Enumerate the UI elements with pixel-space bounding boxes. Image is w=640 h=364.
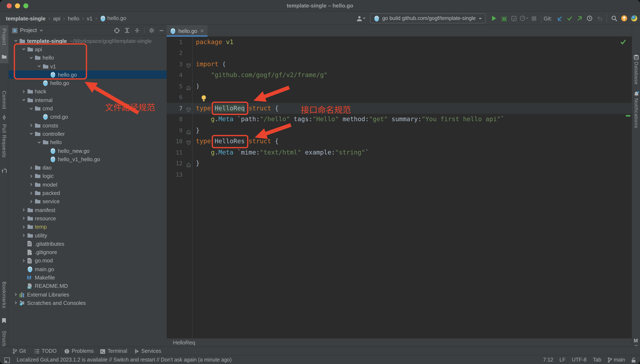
caret-position[interactable]: 7:12 — [543, 357, 553, 363]
tree-item-makefile[interactable]: MMakefile — [9, 274, 167, 282]
tree-item-resource[interactable]: resource — [9, 214, 167, 223]
tree-chevron-icon[interactable] — [13, 39, 19, 43]
tree-item-dao[interactable]: dao — [9, 164, 167, 172]
strip-tab-pull-requests[interactable]: Pull Requests — [1, 124, 7, 163]
tree-item-external-libraries[interactable]: External Libraries — [9, 290, 167, 299]
chevron-down-icon[interactable] — [39, 28, 44, 32]
project-panel-title[interactable]: Project — [20, 27, 37, 33]
tree-chevron-icon[interactable] — [13, 301, 19, 305]
tree-chevron-icon[interactable] — [36, 64, 42, 68]
strip-tab-commit[interactable]: Commit — [1, 91, 7, 112]
tree-item--gitignore[interactable]: .gitignore — [9, 248, 167, 256]
commit-icon[interactable] — [2, 113, 7, 121]
tree-chevron-icon[interactable] — [28, 191, 35, 195]
tree-chevron-icon[interactable] — [20, 90, 27, 94]
gear-icon[interactable] — [149, 28, 155, 33]
tree-chevron-icon[interactable] — [20, 259, 27, 263]
pull-requests-icon[interactable] — [2, 166, 7, 174]
tree-chevron-icon[interactable] — [20, 98, 27, 102]
collapse-all-button[interactable] — [134, 28, 140, 33]
fold-marker-icon[interactable] — [186, 128, 191, 135]
tree-item-utility[interactable]: utility — [9, 231, 167, 240]
code-editor[interactable]: 1package v123import (4 "github.com/gogf/… — [167, 37, 632, 338]
tree-item-readme-md[interactable]: MDREADME.MD — [9, 282, 167, 290]
tree-item-hack[interactable]: hack — [9, 88, 167, 96]
tree-item-scratches-and-consoles[interactable]: Scratches and Consoles — [9, 299, 167, 307]
unlocked-icon[interactable] — [631, 357, 636, 362]
run-configuration-select[interactable]: go build github.com/gogf/template-single — [370, 13, 486, 23]
tree-chevron-icon[interactable] — [20, 233, 27, 238]
status-message[interactable]: Localized GoLand 2023.1.2 is available /… — [17, 355, 232, 364]
tree-item-manifest[interactable]: manifest — [9, 206, 167, 214]
hide-panel-button[interactable] — [159, 28, 164, 33]
breadcrumb-item-template-single[interactable]: template-single — [6, 15, 46, 22]
tree-item-hello-go[interactable]: hello.go — [9, 70, 167, 79]
tree-item-go-mod[interactable]: go.mod — [9, 256, 167, 265]
tree-item-logic[interactable]: logic — [9, 172, 167, 180]
notifications-icon[interactable] — [634, 90, 639, 98]
database-icon[interactable] — [634, 53, 639, 61]
git-branch-widget[interactable]: main — [607, 357, 625, 363]
tree-item-cmd[interactable]: cmd — [9, 104, 167, 113]
fold-marker-icon[interactable] — [186, 62, 191, 69]
run-button[interactable] — [489, 13, 499, 23]
close-tab-icon[interactable] — [200, 29, 204, 33]
tree-item-cmd-go[interactable]: cmd.go — [9, 113, 167, 121]
tree-item-hello_new-go[interactable]: hello_new.go — [9, 146, 167, 155]
tree-item-service[interactable]: service — [9, 197, 167, 206]
tree-chevron-icon[interactable] — [20, 47, 27, 52]
strip-tab-project[interactable]: Project — [1, 28, 7, 51]
tree-item-hello[interactable]: hello — [9, 54, 167, 62]
tree-item-template-single[interactable]: template-single~/Workspace/gogf/template… — [9, 37, 167, 45]
search-everywhere-button[interactable] — [609, 13, 619, 23]
tree-item-v1[interactable]: v1 — [9, 62, 167, 70]
editor-breadcrumb[interactable]: HelloReq — [173, 340, 195, 346]
tree-chevron-icon[interactable] — [28, 132, 35, 136]
tree-item-main-go[interactable]: main.go — [9, 265, 167, 274]
tree-chevron-icon[interactable] — [13, 292, 19, 296]
breadcrumb-item-hello-go[interactable]: hello.go — [100, 15, 126, 22]
tree-chevron-icon[interactable] — [28, 166, 35, 170]
tool-window-layout-icon[interactable] — [4, 357, 10, 363]
project-icon[interactable] — [2, 52, 7, 60]
breadcrumb-item-hello[interactable]: hello — [68, 15, 79, 22]
profiler-button[interactable] — [519, 13, 529, 23]
run-with-coverage-button[interactable] — [509, 13, 519, 23]
tree-chevron-icon[interactable] — [28, 182, 35, 186]
tree-item-hello_v1_hello-go[interactable]: hello_v1_hello.go — [9, 155, 167, 164]
tree-chevron-icon[interactable] — [20, 208, 27, 212]
history-button[interactable] — [584, 13, 594, 23]
fold-marker-icon[interactable] — [186, 84, 191, 91]
file-encoding[interactable]: UTF-8 — [572, 357, 587, 363]
tab-hello-go[interactable]: hello.go — [167, 25, 208, 37]
intention-bulb-icon[interactable] — [201, 94, 207, 102]
tree-item-consts[interactable]: consts — [9, 121, 167, 130]
rollback-button[interactable] — [594, 13, 604, 23]
strip-tab-notifications[interactable]: Notifications — [633, 98, 639, 130]
tree-item-internal[interactable]: internal — [9, 96, 167, 104]
tree-chevron-icon[interactable] — [28, 200, 35, 204]
line-separator[interactable]: LF — [559, 357, 565, 363]
fold-marker-icon[interactable] — [186, 161, 191, 168]
fold-marker-icon[interactable] — [186, 139, 191, 146]
tree-item-api[interactable]: api — [9, 45, 167, 54]
expand-all-button[interactable] — [124, 28, 130, 33]
user-account-icon[interactable] — [356, 13, 366, 23]
stop-button[interactable] — [529, 13, 539, 23]
strip-tab-database[interactable]: Database — [633, 62, 639, 86]
tree-item-hello[interactable]: hello — [9, 138, 167, 146]
tree-chevron-icon[interactable] — [36, 140, 42, 144]
ide-update-notification-icon[interactable] — [619, 13, 629, 23]
tree-item-hello-go[interactable]: hello.go — [9, 79, 167, 88]
close-window-button[interactable] — [7, 3, 12, 8]
tree-item--gitattributes[interactable]: .gitattributes — [9, 240, 167, 248]
tool-window-button-terminal[interactable]: Terminal — [100, 347, 127, 355]
locate-file-button[interactable] — [114, 27, 120, 34]
minimize-window-button[interactable] — [15, 3, 20, 8]
inspections-ok-icon[interactable] — [620, 39, 626, 44]
tree-item-temp[interactable]: temp — [9, 222, 167, 231]
tool-window-button-git[interactable]: Git — [13, 347, 26, 355]
tool-window-button-services[interactable]: Services — [134, 347, 161, 355]
breadcrumb-item-v1[interactable]: v1 — [87, 15, 92, 22]
breadcrumb-item-api[interactable]: api — [53, 15, 61, 22]
